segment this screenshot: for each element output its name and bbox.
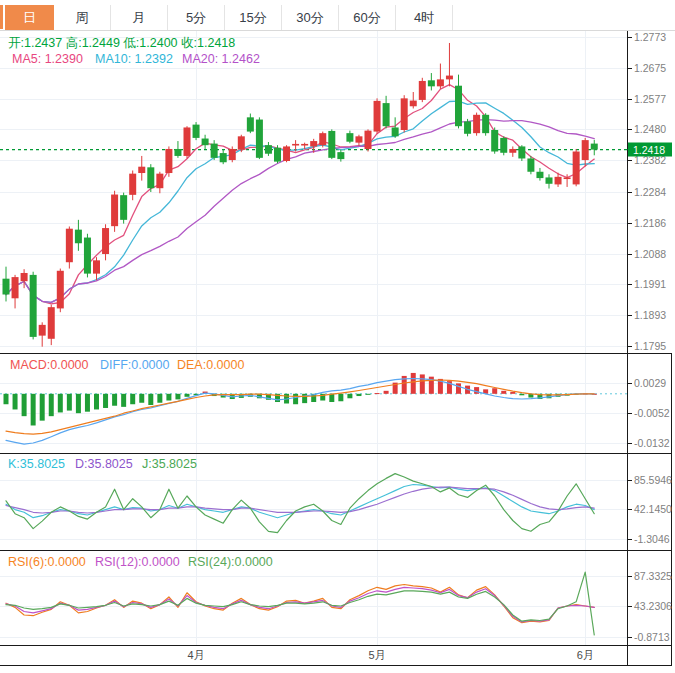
svg-text:1.2577: 1.2577	[634, 93, 666, 105]
svg-text:43.2306: 43.2306	[634, 600, 672, 612]
svg-text:-1.3046: -1.3046	[634, 533, 670, 545]
svg-text:1.2675: 1.2675	[634, 62, 666, 74]
chart-canvas[interactable]: 1.27731.26751.25771.24801.23821.22841.21…	[0, 0, 675, 673]
svg-text:1.2480: 1.2480	[634, 123, 666, 135]
trading-chart-app: 日周月5分15分30分60分4时 1.27731.26751.25771.248…	[0, 0, 675, 673]
x-axis-month-label: 4月	[187, 649, 204, 661]
dea-value-label: DEA:0.0000	[177, 358, 244, 372]
svg-text:-0.8713: -0.8713	[634, 631, 670, 643]
chart-plot-area: 1.27731.26751.25771.24801.23821.22841.21…	[0, 31, 672, 666]
svg-text:85.5946: 85.5946	[634, 474, 672, 486]
svg-text:1.1991: 1.1991	[634, 278, 666, 290]
svg-text:-0.0132: -0.0132	[634, 437, 670, 449]
svg-text:87.3325: 87.3325	[634, 570, 672, 582]
svg-text:1.2088: 1.2088	[634, 248, 666, 260]
svg-text:1.2773: 1.2773	[634, 31, 666, 43]
macd-value-label: MACD:0.0000	[10, 358, 89, 372]
svg-text:42.1450: 42.1450	[634, 503, 672, 515]
ma20-label: MA20: 1.2462	[182, 52, 260, 66]
d-value-label: D:35.8025	[75, 457, 133, 471]
k-value-label: K:35.8025	[8, 457, 65, 471]
rsi24-value-label: RSI(24):0.0000	[188, 555, 273, 569]
svg-text:1.1893: 1.1893	[634, 309, 666, 321]
svg-text:0.0029: 0.0029	[634, 377, 666, 389]
diff-value-label: DIFF:0.0000	[100, 358, 170, 372]
j-value-label: J:35.8025	[142, 457, 197, 471]
x-axis-month-label: 6月	[577, 649, 594, 661]
ma10-label: MA10: 1.2392	[95, 52, 173, 66]
ohlc-values-label: 开:1.2437 高:1.2449 低:1.2400 收:1.2418	[8, 36, 235, 50]
svg-text:1.2186: 1.2186	[634, 217, 666, 229]
current-price-value: 1.2418	[633, 144, 665, 156]
ma5-label: MA5: 1.2390	[12, 52, 83, 66]
rsi12-value-label: RSI(12):0.0000	[95, 555, 180, 569]
svg-text:1.1795: 1.1795	[634, 340, 666, 352]
rsi6-value-label: RSI(6):0.0000	[8, 555, 86, 569]
x-axis-month-label: 5月	[368, 649, 385, 661]
svg-text:1.2284: 1.2284	[634, 186, 666, 198]
current-price-tag: 1.2418	[628, 143, 672, 157]
svg-text:-0.0052: -0.0052	[634, 407, 670, 419]
